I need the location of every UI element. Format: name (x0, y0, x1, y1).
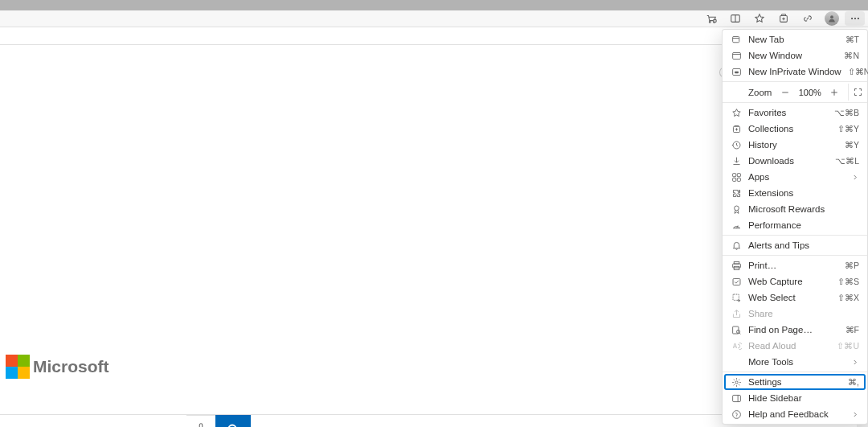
menu-shortcut: ⌘, (848, 377, 859, 387)
more-menu-button[interactable] (845, 11, 865, 26)
menu-shortcut: ⇧⌘Y (837, 124, 859, 133)
menu-hide-sidebar[interactable]: Hide Sidebar (723, 390, 867, 406)
menu-new-window[interactable]: New Window ⌘N (723, 47, 867, 64)
help-icon (731, 409, 742, 420)
menu-new-tab[interactable]: New Tab ⌘T (723, 31, 867, 47)
voice-search-button[interactable] (186, 415, 215, 427)
search-button[interactable] (215, 415, 251, 427)
menu-web-select[interactable]: Web Select ⇧⌘X (723, 289, 867, 306)
menu-label: Find on Page… (748, 325, 839, 335)
menu-shortcut: ⌘Y (845, 140, 859, 150)
menu-shortcut: ⇧⌘U (837, 341, 859, 351)
collections-icon[interactable] (772, 11, 794, 26)
menu-label: Apps (748, 172, 845, 182)
select-icon (731, 292, 742, 303)
microsoft-logo: Microsoft (6, 355, 109, 379)
menu-rewards[interactable]: Microsoft Rewards (723, 201, 867, 217)
shopping-icon[interactable]: $ (700, 11, 722, 26)
menu-label: Help and Feedback (748, 409, 845, 419)
browser-toolbar: $ (0, 10, 868, 27)
svg-text:$: $ (714, 19, 715, 23)
menu-label: Settings (748, 377, 841, 387)
window-titlebar (0, 0, 868, 10)
zoom-label: Zoom (748, 88, 772, 97)
menu-favorites[interactable]: Favorites ⌥⌘B (723, 105, 867, 121)
menu-label: Performance (748, 220, 859, 230)
menu-separator (723, 81, 867, 82)
zoom-in-button[interactable] (829, 88, 841, 97)
menu-label: Extensions (748, 188, 859, 198)
split-screen-icon[interactable] (724, 11, 746, 26)
svg-point-43 (735, 380, 737, 383)
zoom-value: 100% (799, 88, 821, 97)
print-icon (731, 260, 742, 271)
menu-find[interactable]: Find on Page… ⌘F (723, 322, 867, 338)
menu-separator (723, 372, 867, 372)
svg-rect-18 (732, 52, 740, 59)
share-icon (731, 308, 742, 319)
menu-collections[interactable]: Collections ⇧⌘Y (723, 121, 867, 137)
menu-shortcut: ⌥⌘L (835, 156, 859, 166)
menu-shortcut: ⌘N (844, 51, 859, 60)
download-icon (731, 155, 742, 166)
chevron-right-icon (851, 410, 859, 418)
menu-shortcut: ⌘P (845, 261, 859, 270)
menu-alerts[interactable]: Alerts and Tips (723, 237, 867, 253)
capture-icon (731, 276, 742, 287)
menu-share: Share (723, 306, 867, 322)
menu-separator (723, 102, 867, 103)
gear-icon (731, 376, 742, 388)
menu-shortcut: ⌘T (845, 35, 859, 44)
extensions-icon (731, 187, 742, 199)
settings-menu: New Tab ⌘T New Window ⌘N New InPrivate W… (722, 29, 868, 425)
menu-settings[interactable]: Settings ⌘, (724, 374, 866, 390)
menu-shortcut: ⌥⌘B (834, 108, 859, 117)
svg-rect-30 (737, 173, 740, 176)
menu-label: More Tools (748, 357, 845, 367)
menu-web-capture[interactable]: Web Capture ⇧⌘S (723, 273, 867, 289)
menu-print[interactable]: Print… ⌘P (723, 257, 867, 273)
fullscreen-button[interactable] (848, 84, 867, 101)
menu-extensions[interactable]: Extensions (723, 185, 867, 201)
bell-icon (731, 240, 742, 251)
menu-history[interactable]: History ⌘Y (723, 137, 867, 153)
menu-separator (723, 235, 867, 236)
menu-shortcut: ⇧⌘N (848, 67, 868, 76)
menu-separator (723, 255, 867, 256)
svg-rect-31 (732, 178, 735, 181)
chevron-right-icon (851, 358, 859, 366)
menu-label: New Tab (748, 35, 839, 44)
svg-rect-21 (735, 71, 739, 72)
logo-text: Microsoft (33, 357, 109, 376)
performance-icon (731, 220, 742, 231)
logo-squares-icon (6, 355, 30, 379)
share-link-icon[interactable] (796, 11, 818, 26)
svg-rect-29 (732, 173, 735, 176)
menu-label: Web Capture (748, 277, 831, 286)
chevron-right-icon (851, 173, 859, 181)
menu-new-inprivate[interactable]: New InPrivate Window ⇧⌘N (723, 64, 867, 80)
collections-icon (731, 123, 742, 134)
favorites-star-icon[interactable] (748, 11, 770, 26)
menu-label: Print… (748, 261, 838, 270)
menu-label: New InPrivate Window (748, 67, 841, 76)
menu-label: Hide Sidebar (748, 393, 859, 403)
menu-label: History (748, 140, 838, 150)
menu-shortcut: ⇧⌘S (837, 277, 859, 286)
apps-icon (731, 171, 742, 183)
zoom-out-button[interactable] (779, 88, 791, 97)
menu-downloads[interactable]: Downloads ⌥⌘L (723, 153, 867, 169)
menu-help[interactable]: Help and Feedback (723, 406, 867, 422)
menu-performance[interactable]: Performance (723, 217, 867, 233)
svg-point-46 (732, 410, 740, 418)
svg-point-0 (709, 22, 710, 23)
profile-avatar[interactable] (821, 11, 842, 26)
svg-point-9 (830, 15, 833, 18)
menu-label: Alerts and Tips (748, 240, 859, 250)
menu-apps[interactable]: Apps (723, 169, 867, 185)
menu-more-tools[interactable]: More Tools (723, 354, 867, 370)
menu-read-aloud: Read Aloud ⇧⌘U (723, 338, 867, 354)
history-icon (731, 139, 742, 150)
svg-rect-13 (199, 424, 203, 427)
svg-point-47 (736, 416, 737, 417)
